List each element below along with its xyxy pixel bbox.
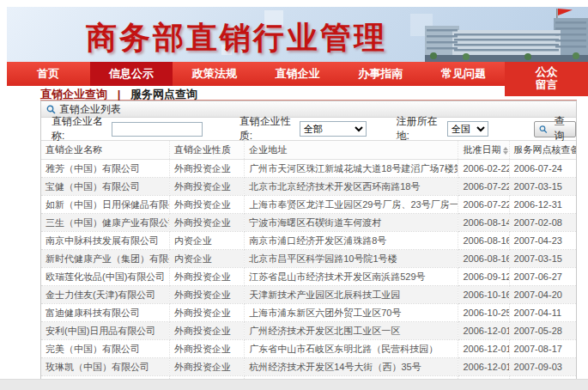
nav-item-home[interactable]: 首页 xyxy=(7,62,90,86)
table-row: 如新（中国）日用保健品有限公司 外商投资企业 上海市奉贤区龙洋工业园区29号厂房… xyxy=(41,196,576,214)
search-icon xyxy=(539,125,548,134)
subnav-separator: | xyxy=(118,88,121,101)
company-type-select[interactable]: 全部 xyxy=(300,121,367,137)
panel-header: 直销企业列表 xyxy=(41,101,576,118)
flag-icon xyxy=(558,9,573,15)
nav-item-info-disclosure[interactable]: 信息公示 xyxy=(90,62,173,86)
sort-icon xyxy=(503,147,508,155)
table-row: 玫琳凯（中国）有限公司 外商投资企业 杭州经济技术开发区14号大街（西）35号 … xyxy=(41,358,576,376)
enterprise-list-panel: 直销企业列表 直销企业名称: 直销企业性质: 全部 注册所在地: 全国 查询 xyxy=(40,101,577,390)
table-row: 富迪健康科技有限公司 外商投资企业 上海市浦东新区六团外贸工业区70号 2006… xyxy=(41,304,576,322)
table-header-row: 直销企业名称 直销企业性质 企业地址 批准日期 服务网点核查备案日期 xyxy=(41,141,576,160)
sub-nav: 直销企业查询 | 服务网点查询 xyxy=(40,87,577,101)
main-nav: 首页 信息公示 政策法规 直销企业 办事指南 常见问题 公众留言 xyxy=(7,62,588,86)
table-row: 新时代健康产业（集团）有限公司 内资企业 北京市昌平区科学园路10号院1号楼 2… xyxy=(41,250,576,268)
nav-item-policies[interactable]: 政策法规 xyxy=(173,62,256,86)
table-row: 金士力佳友(天津)有限公司 外商投资企业 天津新技术产业园区北辰科技工业园 20… xyxy=(41,286,576,304)
subnav-service-outlet-query[interactable]: 服务网点查询 xyxy=(130,88,197,101)
nav-item-public-message[interactable]: 公众留言 xyxy=(505,62,588,96)
search-form: 直销企业名称: 直销企业性质: 全部 注册所在地: 全国 查询 xyxy=(41,118,576,140)
company-table-body: 雅芳（中国）有限公司 外商投资企业 广州市天河区珠江新城花城大道18号建滔广场7… xyxy=(41,160,576,390)
table-row: 安利(中国)日用品有限公司 外商投资企业 广州经济技术开发区北围工业区一区 20… xyxy=(41,322,576,340)
region-label: 注册所在地: xyxy=(396,114,444,143)
table-row: 南京中脉科技发展有限公司 内资企业 南京市浦口经济开发区浦珠路8号 2006-0… xyxy=(41,232,576,250)
company-name-label: 直销企业名称: xyxy=(52,114,109,143)
table-row: 宝健（中国）有限公司 外商投资企业 北京市北京经济技术开发区西环南路18号 20… xyxy=(41,178,576,196)
col-header-filed[interactable]: 服务网点核查备案日期 xyxy=(509,141,576,160)
table-row: 三生（中国）健康产业有限公司 外商投资企业 宁波市海曙区石碶街道车何渡村 200… xyxy=(41,214,576,232)
nav-item-guide[interactable]: 办事指南 xyxy=(339,62,422,86)
header-banner: 商务部直销行业管理 xyxy=(7,7,588,62)
company-type-label: 直销企业性质: xyxy=(239,114,297,143)
government-building-image xyxy=(425,7,588,62)
table-row: 雅芳（中国）有限公司 外商投资企业 广州市天河区珠江新城花城大道18号建滔广场7… xyxy=(41,160,576,178)
company-name-input[interactable] xyxy=(112,122,203,137)
page: 商务部直销行业管理 首页 信息公示 政策法规 直销企业 办事指南 常见问题 公众… xyxy=(0,0,588,390)
query-button[interactable]: 查询 xyxy=(534,121,576,137)
company-table: 直销企业名称 直销企业性质 企业地址 批准日期 服务网点核查备案日期 雅芳（中国… xyxy=(41,140,576,390)
footer-strip xyxy=(0,379,588,390)
table-row: 欧瑞莲化妆品(中国)有限公司 外商投资企业 江苏省昆山市经济技术开发区南浜路52… xyxy=(41,268,576,286)
nav-item-enterprises[interactable]: 直销企业 xyxy=(256,62,339,86)
site-title: 商务部直销行业管理 xyxy=(86,17,387,59)
nav-item-faq[interactable]: 常见问题 xyxy=(422,62,506,86)
subnav-enterprise-query[interactable]: 直销企业查询 xyxy=(40,88,107,101)
col-header-approved[interactable]: 批准日期 xyxy=(458,141,509,160)
table-row: 完美（中国）有限公司 外商投资企业 广东省中山市石岐区东明北路（民营科技园） 2… xyxy=(41,340,576,358)
search-icon xyxy=(46,105,56,114)
region-select[interactable]: 全国 xyxy=(447,121,488,137)
col-header-type: 直销企业性质 xyxy=(170,141,245,160)
